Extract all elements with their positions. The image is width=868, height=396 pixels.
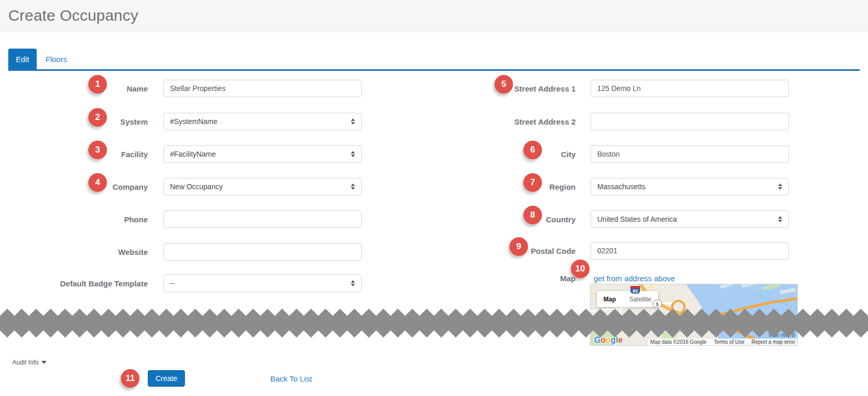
route-1-number: 1 [656, 301, 658, 307]
form-row-phone: Phone [31, 210, 362, 228]
google-logo-letter: o [606, 336, 611, 345]
google-map[interactable]: Map Satellite 93 1 Blue Hills B Google M… [591, 284, 797, 345]
google-logo-letter: g [611, 336, 616, 345]
default-badge-template-select-value: -- [170, 279, 351, 287]
audit-info-toggle[interactable]: Audit Info [12, 359, 47, 366]
google-logo-letter: e [618, 336, 623, 345]
step-badge-1: 1 [88, 75, 107, 94]
route-93-number: 93 [632, 288, 638, 294]
select-arrows-icon [351, 280, 355, 286]
form-row-default-badge-template: Default Badge Template -- [31, 275, 362, 292]
step-badge-2: 2 [88, 108, 107, 127]
back-to-list-link[interactable]: Back To List [270, 374, 312, 383]
step-badge-11: 11 [121, 369, 140, 388]
form-row-facility: Facility #FacilityName [31, 145, 362, 163]
google-logo: Google [594, 336, 623, 345]
region-label: Region [455, 182, 576, 191]
form-row-postal-code: Postal Code [455, 242, 789, 260]
default-badge-template-label: Default Badge Template [31, 279, 148, 288]
tab-edit[interactable]: Edit [8, 49, 37, 69]
step-badge-10: 10 [571, 260, 590, 278]
default-badge-template-select[interactable]: -- [163, 275, 362, 292]
google-logo-letter: o [600, 336, 606, 345]
form-row-street-address-2: Street Address 2 [455, 113, 789, 130]
step-badge-3: 3 [88, 141, 107, 159]
map-data-credit: Map data ©2016 Google [650, 339, 706, 345]
chevron-down-icon [41, 361, 47, 364]
street-address-1-input[interactable] [591, 80, 789, 97]
map-label: Map [455, 274, 576, 283]
form-row-country: Country United States of America [455, 210, 789, 228]
country-select-value: United States of America [597, 215, 778, 223]
website-label: Website [31, 248, 148, 256]
report-map-error-link[interactable]: Report a map error [752, 339, 795, 345]
facility-select[interactable]: #FacilityName [163, 145, 362, 163]
map-type-control: Map Satellite [597, 291, 658, 307]
form-row-system: System #SystemName [31, 113, 362, 130]
map-attribution-bar: Map data ©2016 Google Terms of Use Repor… [648, 339, 797, 345]
route-1-shield-icon: 1 [653, 300, 662, 308]
street-address-2-label: Street Address 2 [455, 117, 576, 126]
step-badge-7: 7 [523, 173, 542, 192]
select-arrows-icon [351, 184, 355, 190]
system-select[interactable]: #SystemName [163, 113, 362, 130]
step-badge-5: 5 [494, 75, 513, 94]
phone-label: Phone [31, 215, 148, 224]
select-arrows-icon [351, 151, 355, 157]
tab-underline [8, 69, 860, 71]
select-arrows-icon [778, 216, 782, 222]
system-select-value: #SystemName [170, 117, 351, 126]
step-badge-8: 8 [523, 206, 542, 224]
company-select[interactable]: New Occupancy [163, 178, 362, 195]
step-badge-4: 4 [88, 173, 107, 192]
select-arrows-icon [351, 118, 355, 125]
form-row-name: Name [31, 80, 362, 97]
map-place-label: Blue Hills B [769, 332, 795, 338]
street-address-1-label: Street Address 1 [455, 84, 576, 93]
tab-floors-label: Floors [45, 55, 67, 64]
phone-input[interactable] [163, 210, 362, 228]
form-row-company: Company New Occupancy [31, 178, 362, 195]
page-title: Create Occupancy [8, 7, 138, 24]
step-badge-9: 9 [509, 237, 528, 256]
audit-info-label: Audit Info [12, 359, 39, 366]
step-badge-6: 6 [523, 141, 542, 159]
form-row-map: Map get from address above [455, 272, 789, 284]
city-input[interactable] [591, 145, 789, 163]
terms-of-use-link[interactable]: Terms of Use [714, 339, 745, 345]
facility-select-value: #FacilityName [170, 150, 351, 158]
name-input[interactable] [163, 80, 362, 97]
tab-edit-label: Edit [16, 55, 29, 64]
website-input[interactable] [163, 243, 362, 261]
postal-code-input[interactable] [591, 242, 789, 260]
city-label: City [455, 150, 576, 159]
route-93-shield-icon: 93 [630, 285, 641, 294]
tab-floors[interactable]: Floors [45, 49, 67, 69]
map-type-map-button[interactable]: Map [597, 291, 623, 307]
form-row-city: City [455, 145, 789, 163]
region-select[interactable]: Massachusetts [591, 178, 789, 195]
country-label: Country [455, 215, 576, 224]
create-button[interactable]: Create [148, 370, 185, 387]
create-occupancy-page: Create Occupancy Edit Floors 1 2 3 4 5 6… [0, 0, 868, 396]
street-address-2-input[interactable] [591, 113, 789, 130]
form-row-website: Website [31, 243, 362, 261]
page-header: Create Occupancy [0, 0, 868, 32]
region-select-value: Massachusetts [597, 182, 778, 191]
get-from-address-link[interactable]: get from address above [594, 274, 675, 283]
form-row-region: Region Massachusetts [455, 178, 789, 195]
google-logo-letter: G [594, 336, 600, 345]
company-select-value: New Occupancy [170, 182, 351, 191]
country-select[interactable]: United States of America [591, 210, 789, 228]
select-arrows-icon [778, 184, 782, 190]
